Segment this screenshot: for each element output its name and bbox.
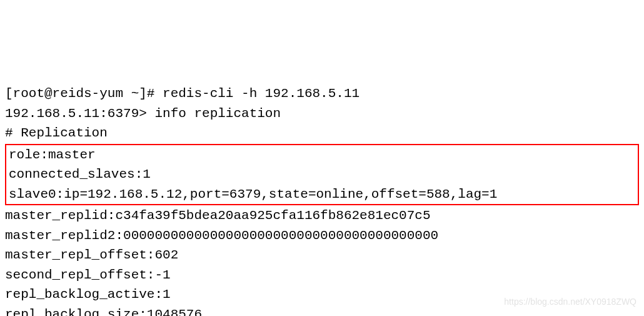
terminal-line-master-replid: master_replid:c34fa39f5bdea20aa925cfa116… bbox=[5, 206, 639, 226]
terminal-line-second-repl-offset: second_repl_offset:-1 bbox=[5, 265, 639, 285]
highlighted-replication-box: role:masterconnected_slaves:1slave0:ip=1… bbox=[5, 144, 639, 206]
terminal-line-section-header: # Replication bbox=[5, 123, 639, 143]
terminal-line-role: role:master bbox=[9, 145, 635, 165]
terminal-line-prompt-command: 192.168.5.11:6379> info replication bbox=[5, 104, 639, 124]
terminal-line-master-replid2: master_replid2:0000000000000000000000000… bbox=[5, 226, 639, 246]
watermark-text: https://blog.csdn.net/XY0918ZWQ bbox=[504, 295, 636, 308]
terminal-line-slave0: slave0:ip=192.168.5.12,port=6379,state=o… bbox=[9, 185, 635, 205]
terminal-line-master-repl-offset: master_repl_offset:602 bbox=[5, 245, 639, 265]
terminal-line-command: [root@reids-yum ~]# redis-cli -h 192.168… bbox=[5, 84, 639, 104]
terminal-line-connected-slaves: connected_slaves:1 bbox=[9, 165, 635, 185]
